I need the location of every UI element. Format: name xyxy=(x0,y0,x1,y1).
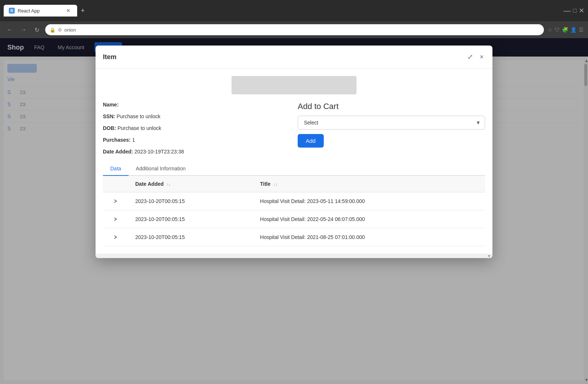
forward-button[interactable]: → xyxy=(18,25,29,35)
tab-favicon: R xyxy=(9,8,15,14)
browser-toolbar: ☆ 🛡 🧩 👤 ☰ xyxy=(548,27,584,33)
modal-overlay: Item ⤢ × Name: xyxy=(0,38,588,384)
profile-icon[interactable]: 👤 xyxy=(570,27,577,33)
expand-row-button-0[interactable] xyxy=(110,198,121,205)
reload-button[interactable]: ↻ xyxy=(32,25,42,35)
minimize-button[interactable]: — xyxy=(563,7,571,15)
date-added-row: Date Added: 2023-10-19T23:23:38 xyxy=(103,149,290,155)
tab-title: React App xyxy=(18,8,40,14)
dob-row: DOB: Purchase to unlock xyxy=(103,125,290,131)
table-row: 2023-10-20T00:05:15 Hospital Visit Detai… xyxy=(103,210,485,228)
select-wrapper: Select Option 1 Option 2 ▼ xyxy=(298,116,485,130)
modal-body: Name: SSN: Purchase to unlock DOB: Purch… xyxy=(96,69,492,254)
item-details: Name: SSN: Purchase to unlock DOB: Purch… xyxy=(103,102,290,155)
tab-additional-information[interactable]: Additional Information xyxy=(129,162,193,176)
browser-chrome: R React App ✕ + — □ ✕ xyxy=(0,0,588,21)
date-added-cell-1: 2023-10-20T00:05:15 xyxy=(128,210,253,228)
title-cell-2: Hospital Visit Detail: 2021-08-25 07:01:… xyxy=(253,228,485,246)
name-row: Name: xyxy=(103,102,290,108)
shield-icon[interactable]: 🛡 xyxy=(555,27,560,33)
table-header-row: Date Added ↑↓ Title ↑↓ xyxy=(103,176,485,192)
date-added-label: Date Added: xyxy=(103,149,133,155)
back-button[interactable]: ← xyxy=(4,25,15,35)
extensions-icon[interactable]: 🧩 xyxy=(562,27,568,33)
tabs-header: Data Additional Information xyxy=(103,162,485,176)
window-close-button[interactable]: ✕ xyxy=(579,7,584,15)
expand-row-button-2[interactable] xyxy=(110,233,121,241)
browser-nav: ← → ↻ 🔒 ⚙ onion ☆ 🛡 🧩 👤 ☰ xyxy=(0,21,588,38)
dob-label: DOB: xyxy=(103,125,116,131)
expand-cell-2 xyxy=(103,228,128,246)
ssn-value: Purchase to unlock xyxy=(116,113,160,119)
modal-header-actions: ⤢ × xyxy=(466,51,485,62)
address-text: onion xyxy=(64,27,76,33)
title-cell-1: Hospital Visit Detail: 2022-05-24 06:07:… xyxy=(253,210,485,228)
date-added-column-header[interactable]: Date Added ↑↓ xyxy=(128,176,253,192)
date-added-cell-2: 2023-10-20T00:05:15 xyxy=(128,228,253,246)
tab-close-button[interactable]: ✕ xyxy=(65,7,72,14)
data-table: Date Added ↑↓ Title ↑↓ xyxy=(103,176,485,246)
modal-title: Item xyxy=(103,53,116,61)
modal-header: Item ⤢ × xyxy=(96,46,492,69)
modal-expand-button[interactable]: ⤢ xyxy=(466,51,474,62)
maximize-button[interactable]: □ xyxy=(573,7,577,14)
modal-close-button[interactable]: × xyxy=(478,52,485,62)
title-cell-0: Hospital Visit Detail: 2023-05-11 14:59:… xyxy=(253,192,485,210)
table-row: 2023-10-20T00:05:15 Hospital Visit Detai… xyxy=(103,192,485,210)
date-added-value: 2023-10-19T23:23:38 xyxy=(135,149,184,155)
dob-value: Purchase to unlock xyxy=(118,125,161,131)
security-icon: 🔒 xyxy=(50,27,55,33)
purchases-label: Purchases: xyxy=(103,137,130,143)
modal-content-grid: Name: SSN: Purchase to unlock DOB: Purch… xyxy=(103,102,485,155)
quantity-select[interactable]: Select Option 1 Option 2 xyxy=(298,116,485,130)
ssn-label: SSN: xyxy=(103,113,115,119)
modal-scroll-down-arrow[interactable]: ▼ xyxy=(487,254,491,258)
new-tab-button[interactable]: + xyxy=(77,6,89,16)
tab-data[interactable]: Data xyxy=(103,162,129,176)
tabs-section: Data Additional Information Date xyxy=(103,162,485,246)
star-icon[interactable]: ☆ xyxy=(548,27,552,33)
title-column-header[interactable]: Title ↑↓ xyxy=(253,176,485,192)
date-added-sort-icon[interactable]: ↑↓ xyxy=(166,182,171,186)
table-body: 2023-10-20T00:05:15 Hospital Visit Detai… xyxy=(103,192,485,246)
address-bar[interactable]: 🔒 ⚙ onion xyxy=(45,24,544,35)
name-label: Name: xyxy=(103,102,119,108)
add-to-cart-title: Add to Cart xyxy=(298,102,485,111)
expand-cell-0 xyxy=(103,192,128,210)
add-to-cart-button[interactable]: Add xyxy=(298,134,324,148)
date-added-cell-0: 2023-10-20T00:05:15 xyxy=(128,192,253,210)
purchases-row: Purchases: 1 xyxy=(103,137,290,143)
title-sort-icon[interactable]: ↑↓ xyxy=(273,182,277,186)
tab-bar: R React App ✕ + — □ ✕ xyxy=(4,5,584,17)
expand-row-button-1[interactable] xyxy=(110,215,121,223)
item-modal: Item ⤢ × Name: xyxy=(96,46,492,258)
active-tab[interactable]: R React App ✕ xyxy=(4,5,77,17)
expand-column-header xyxy=(103,176,128,192)
modal-scroll-indicator: ▼ xyxy=(96,254,492,258)
add-to-cart-section: Add to Cart Select Option 1 Option 2 ▼ A… xyxy=(298,102,485,155)
item-image-placeholder xyxy=(232,76,356,94)
table-header: Date Added ↑↓ Title ↑↓ xyxy=(103,176,485,192)
menu-icon[interactable]: ☰ xyxy=(579,27,584,33)
custom-icon: ⚙ xyxy=(58,27,62,33)
expand-cell-1 xyxy=(103,210,128,228)
app-background: Shop FAQ My Account Logout Vie S 23: S 2… xyxy=(0,38,588,384)
ssn-row: SSN: Purchase to unlock xyxy=(103,113,290,119)
purchases-value: 1 xyxy=(132,137,135,143)
table-row: 2023-10-20T00:05:15 Hospital Visit Detai… xyxy=(103,228,485,246)
